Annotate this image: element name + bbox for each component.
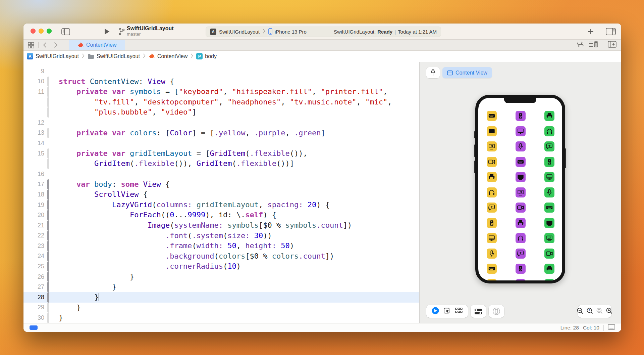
zoom-out-button[interactable] [577, 308, 583, 315]
code-text: GridItem(.flexible()), GridItem(.flexibl… [49, 159, 294, 169]
code-text: } [49, 303, 81, 313]
scheme-branch: master [127, 32, 174, 37]
preview-device-button[interactable] [489, 305, 504, 318]
cursor-col-indicator: Col: 10 [583, 325, 599, 331]
swift-icon [149, 53, 155, 59]
code-review-icon[interactable] [576, 42, 584, 49]
breadcrumb-symbol[interactable]: P body [196, 53, 217, 59]
breadcrumb-group[interactable]: SwiftUIGridLayout [88, 53, 140, 59]
code-line[interactable]: 19 LazyVGrid(columns: gridItemLayout, sp… [23, 200, 419, 210]
chevron-separator-icon [263, 29, 265, 35]
line-number: 12 [23, 119, 44, 126]
code-line[interactable]: 29 } [23, 303, 419, 313]
line-number: 21 [23, 222, 44, 229]
grid-symbol-tile-headphones [544, 279, 554, 281]
editor-options-icon[interactable] [606, 24, 616, 40]
keyboard-panel-icon[interactable] [608, 324, 615, 331]
add-editor-icon[interactable] [608, 41, 616, 49]
grid-symbol-tile-desktopcomputer [544, 172, 554, 182]
code-line[interactable]: 26 } [23, 272, 419, 282]
preview-screen[interactable] [478, 98, 562, 280]
close-window-button[interactable] [31, 29, 36, 34]
line-number: 18 [23, 191, 44, 198]
cursor-line-indicator: Line: 28 [560, 325, 579, 331]
run-button[interactable] [104, 24, 110, 40]
zoom-100-button[interactable]: 1 [587, 308, 593, 315]
activity-view[interactable]: A SwiftUIGridLayout iPhone 13 Pro SwiftU… [206, 27, 441, 37]
line-number: 11 [23, 88, 44, 95]
scheme-selector[interactable]: SwiftUIGridLayout master [127, 26, 174, 37]
live-preview-button[interactable] [432, 307, 439, 316]
code-line[interactable]: 15 private var gridItemLayout = [GridIte… [23, 148, 419, 159]
tab-bar: ContentView [23, 40, 621, 51]
minimize-window-button[interactable] [39, 29, 44, 34]
code-line[interactable]: 27 } [23, 282, 419, 292]
content-view-icon [447, 70, 453, 76]
adjust-editor-options-icon[interactable] [589, 41, 598, 49]
preview-content-view-button[interactable]: Content View [442, 67, 492, 78]
chevron-separator-icon [143, 53, 146, 59]
line-number: 22 [23, 232, 44, 239]
go-forward-button[interactable] [51, 40, 61, 50]
navigator-sidebar-toggle-icon[interactable] [61, 24, 70, 40]
source-editor[interactable]: 910struct ContentView: View {11 private … [23, 62, 419, 323]
line-number: 28 [23, 294, 44, 301]
breadcrumb-project[interactable]: A SwiftUIGridLayout [27, 53, 79, 59]
pin-preview-button[interactable] [426, 67, 440, 78]
code-line[interactable]: 20 ForEach((0...9999), id: \.self) { [23, 210, 419, 220]
code-text: } [49, 292, 99, 303]
code-line[interactable]: 14 [23, 138, 419, 148]
grid-symbol-tile-mic [544, 187, 554, 197]
related-items-icon[interactable] [23, 40, 38, 50]
library-add-button[interactable] [587, 24, 594, 40]
code-line[interactable]: 23 .frame(width: 50, height: 50) [23, 241, 419, 251]
code-line[interactable]: 22 .font(.system(size: 30)) [23, 231, 419, 241]
tab-contentview[interactable]: ContentView [69, 40, 125, 50]
breadcrumb-file[interactable]: ContentView [149, 53, 187, 59]
line-number: 20 [23, 212, 44, 219]
code-line[interactable]: 13 private var colors: [Color] = [.yello… [23, 128, 419, 138]
line-number: 23 [23, 242, 44, 250]
device-settings-button[interactable] [471, 305, 486, 318]
code-line[interactable]: 18 ScrollView { [23, 189, 419, 200]
line-number: 25 [23, 263, 44, 270]
code-text: private var symbols = ["keyboard", "hifi… [49, 87, 387, 97]
activity-progress-chip [30, 325, 38, 330]
grid-symbol-tile-tv.music.note [487, 141, 497, 151]
grid-symbol-tile-keyboard [516, 157, 526, 167]
code-line[interactable]: 24 .background(colors[$0 % colors.count]… [23, 251, 419, 262]
zoom-window-button[interactable] [47, 29, 52, 34]
code-line[interactable]: 9 [23, 66, 419, 77]
code-line[interactable]: 21 Image(systemName: symbols[$0 % symbol… [23, 220, 419, 231]
code-line[interactable]: GridItem(.flexible()), GridItem(.flexibl… [23, 159, 419, 169]
code-line[interactable]: 10struct ContentView: View { [23, 77, 419, 87]
variants-mode-button[interactable] [455, 307, 463, 315]
code-line[interactable]: 25 .cornerRadius(10) [23, 261, 419, 272]
line-number: 16 [23, 171, 44, 178]
zoom-in-button[interactable] [606, 308, 612, 315]
zoom-fit-button[interactable] [596, 308, 603, 315]
code-text: .font(.system(size: 30)) [49, 231, 272, 241]
code-text: "plus.bubble", "video"] [49, 107, 197, 118]
code-line[interactable]: "tv.fill", "desktopcomputer", "headphone… [23, 97, 419, 107]
volume-down-button [474, 161, 475, 173]
code-line[interactable]: "plus.bubble", "video"] [23, 107, 419, 118]
code-line[interactable]: 30} [23, 313, 419, 323]
code-text: "tv.fill", "desktopcomputer", "headphone… [49, 97, 392, 107]
code-line[interactable]: 17 var body: some View { [23, 179, 419, 190]
power-button [565, 148, 566, 168]
code-line[interactable]: 16 [23, 169, 419, 179]
code-line[interactable]: 11 private var symbols = ["keyboard", "h… [23, 87, 419, 97]
code-text: } [49, 313, 63, 323]
change-bar-slot [47, 66, 49, 77]
grid-symbol-tile-tv.fill [516, 172, 526, 182]
code-text: .background(colors[$0 % colors.count]) [49, 251, 334, 262]
code-line[interactable]: 12 [23, 118, 419, 128]
selectable-mode-button[interactable] [444, 307, 450, 315]
mute-switch [474, 131, 475, 138]
line-number: 29 [23, 304, 44, 311]
code-line[interactable]: 28 } [23, 292, 419, 303]
preview-mode-controls [426, 305, 468, 318]
jump-bar: A SwiftUIGridLayout SwiftUIGridLayout Co… [23, 51, 621, 62]
go-back-button[interactable] [39, 40, 51, 50]
